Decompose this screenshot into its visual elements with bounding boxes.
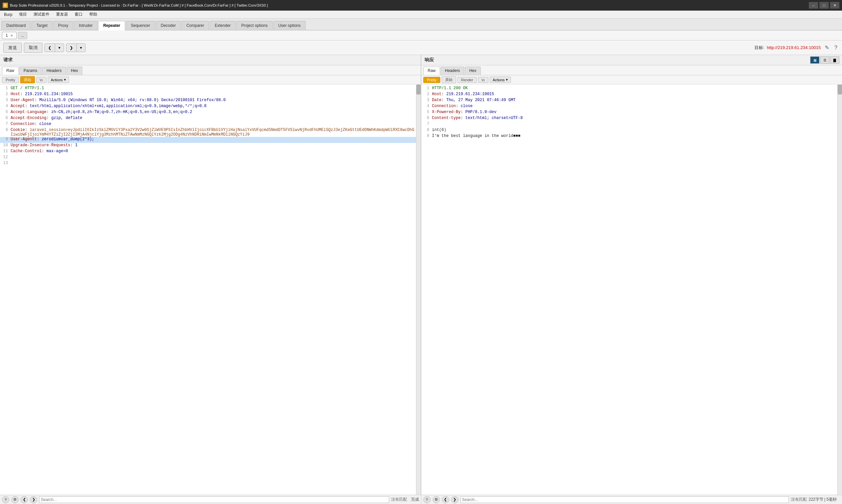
response-scroll-thumb <box>838 85 842 94</box>
cancel-button[interactable]: 取消 <box>24 43 42 53</box>
request-line-4: 4 Accept: text/html,application/xhtml+xm… <box>0 104 416 110</box>
help-button[interactable]: ? <box>833 44 839 51</box>
tab-extender[interactable]: Extender <box>210 21 235 30</box>
tab-dashboard[interactable]: Dashboard <box>1 21 31 30</box>
menu-testsuite[interactable]: 测试套件 <box>31 11 52 18</box>
request-fmt-ln[interactable]: \n <box>36 77 47 83</box>
tab-project-options[interactable]: Project options <box>236 21 273 30</box>
minimize-button[interactable]: – <box>809 2 818 8</box>
request-header: 请求 <box>0 55 421 65</box>
tab-decoder[interactable]: Decoder <box>156 21 181 30</box>
view-mode-row: ▦ ☰ ▇ <box>807 55 842 65</box>
response-line-7: 7 <box>421 122 837 128</box>
response-actions-button[interactable]: Actions ▾ <box>490 77 511 83</box>
request-line-8: 8 Cookie: laravel_session=eyJpdilI6IkIzS… <box>0 128 416 137</box>
response-fmt-pretty[interactable]: Pretty <box>423 77 440 83</box>
response-status-panel: ? ⚙ ❮ ❯ 没有匹配 222字节 | 5毫秒 <box>421 495 842 504</box>
nav-prev-group: ❮ ▾ <box>45 43 64 52</box>
response-nav-forward[interactable]: ❯ <box>451 496 458 503</box>
response-line-5: 5 X-Powered-By: PHP/8.1.0-dev <box>421 110 837 116</box>
response-fmt-ln[interactable]: \n <box>478 77 488 83</box>
request-tab-raw[interactable]: Raw <box>2 67 19 75</box>
nav-next-button[interactable]: ❯ <box>66 44 77 52</box>
response-format-row: Pretty 原始 Render \n Actions ▾ <box>421 75 842 85</box>
menubar: Burp 项目 测试套件 重发器 窗口 帮助 <box>0 11 842 19</box>
request-settings-icon[interactable]: ⚙ <box>11 496 19 503</box>
request-panel: 请求 Raw Params Headers Hex Pretty 原始 \n A… <box>0 55 421 495</box>
menu-project[interactable]: 项目 <box>16 11 30 18</box>
request-line-13: 13 <box>0 161 416 167</box>
request-line-1: 1 GET / HTTP/1.1 <box>0 86 416 92</box>
repeater-subtab-1[interactable]: 1 ✕ <box>2 32 17 39</box>
target-label: 目标: http://219.219.61.234:10015 ✎ ? <box>754 44 839 51</box>
request-tab-params[interactable]: Params <box>19 67 41 75</box>
menu-burp[interactable]: Burp <box>1 12 15 18</box>
menu-window[interactable]: 窗口 <box>72 11 85 18</box>
tab-comparer[interactable]: Comparer <box>181 21 209 30</box>
response-settings-icon[interactable]: ⚙ <box>433 496 440 503</box>
response-line-4: 4 Connection: close <box>421 104 837 110</box>
window-controls: – □ ✕ <box>809 2 839 8</box>
tab-user-options[interactable]: User options <box>274 21 305 30</box>
response-nav-back[interactable]: ❮ <box>442 496 449 503</box>
nav-prev-button[interactable]: ❮ <box>45 44 55 52</box>
request-line-2: 2 Host: 219.219.61.234:10015 <box>0 92 416 98</box>
response-tab-hex[interactable]: Hex <box>465 67 480 75</box>
response-scrollbar[interactable] <box>837 85 842 495</box>
request-nav-back[interactable]: ❮ <box>21 496 28 503</box>
request-line-9: 9 User-Agentt: zerodiumvar_dump(2*3); <box>0 137 416 143</box>
request-fmt-raw[interactable]: 原始 <box>20 76 35 83</box>
edit-target-button[interactable]: ✎ <box>823 44 830 51</box>
nav-prev-dropdown[interactable]: ▾ <box>55 44 64 52</box>
target-url: http://219.219.61.234:10015 <box>767 45 821 50</box>
main-panels: 请求 Raw Params Headers Hex Pretty 原始 \n A… <box>0 55 842 495</box>
response-header: 响应 <box>421 55 437 65</box>
response-tab-raw[interactable]: Raw <box>423 67 440 75</box>
main-tabbar: Dashboard Target Proxy Intruder Repeater… <box>0 19 842 31</box>
response-tab-headers[interactable]: Headers <box>441 67 464 75</box>
response-line-2: 2 Host: 219.219.61.234:10015 <box>421 92 837 98</box>
response-line-1: 1 HTTP/1.1 200 OK <box>421 86 837 92</box>
view-mode-text-button[interactable]: ▇ <box>830 56 839 64</box>
request-line-5: 5 Accept-Language: zh-CN,zh;q=0.8,zh-TW;… <box>0 110 416 116</box>
request-panel-tabs: Raw Params Headers Hex <box>0 65 421 75</box>
response-line-6: 6 Content-type: text/html; charset=UTF-8 <box>421 116 837 122</box>
close-button[interactable]: ✕ <box>830 2 839 8</box>
response-line-3: 3 Date: Thu, 27 May 2021 07:46:49 GMT <box>421 98 837 104</box>
menu-help[interactable]: 帮助 <box>87 11 100 18</box>
nav-next-dropdown[interactable]: ▾ <box>77 44 85 52</box>
response-search-input[interactable] <box>460 497 789 503</box>
response-fmt-raw[interactable]: 原始 <box>442 76 456 83</box>
view-mode-list-button[interactable]: ☰ <box>820 56 829 64</box>
request-actions-button[interactable]: Actions ▾ <box>48 77 69 83</box>
subtab-more-button[interactable]: ... <box>18 32 27 39</box>
request-fmt-pretty[interactable]: Pretty <box>2 77 19 83</box>
statusbar: ? ⚙ ❮ ❯ 没有匹配 完成 ? ⚙ ❮ ❯ 没有匹配 222字节 | 5毫秒 <box>0 495 842 504</box>
view-mode-grid-button[interactable]: ▦ <box>810 56 820 64</box>
response-code-area[interactable]: 1 HTTP/1.1 200 OK 2 Host: 219.219.61.234… <box>421 85 837 495</box>
request-format-row: Pretty 原始 \n Actions ▾ <box>0 75 421 85</box>
request-help-icon[interactable]: ? <box>2 496 9 503</box>
tab-intruder[interactable]: Intruder <box>74 21 98 30</box>
request-tab-hex[interactable]: Hex <box>67 67 82 75</box>
send-button[interactable]: 发送 <box>3 43 22 53</box>
request-line-11: 11 Cache-Control: max-age=0 <box>0 149 416 155</box>
request-scrollbar[interactable] <box>416 85 421 495</box>
tab-proxy[interactable]: Proxy <box>53 21 73 30</box>
tab-repeater[interactable]: Repeater <box>98 21 125 31</box>
tab-target[interactable]: Target <box>32 21 52 30</box>
app-icon: B <box>3 3 8 8</box>
tab-sequencer[interactable]: Sequencer <box>126 21 155 30</box>
response-no-match: 没有匹配 <box>791 497 807 502</box>
request-search-input[interactable] <box>39 497 389 503</box>
menu-repeater[interactable]: 重发器 <box>53 11 71 18</box>
response-line-9: 9 I'm the best language in the world■■■ <box>421 133 837 140</box>
request-code-area[interactable]: 1 GET / HTTP/1.1 2 Host: 219.219.61.234:… <box>0 85 416 495</box>
subtab-close-icon[interactable]: ✕ <box>10 34 13 37</box>
response-help-icon[interactable]: ? <box>423 496 431 503</box>
request-tab-headers[interactable]: Headers <box>42 67 66 75</box>
maximize-button[interactable]: □ <box>820 2 829 8</box>
request-line-7: 7 Connection: close <box>0 122 416 128</box>
request-nav-forward[interactable]: ❯ <box>30 496 37 503</box>
response-fmt-render[interactable]: Render <box>457 77 477 83</box>
